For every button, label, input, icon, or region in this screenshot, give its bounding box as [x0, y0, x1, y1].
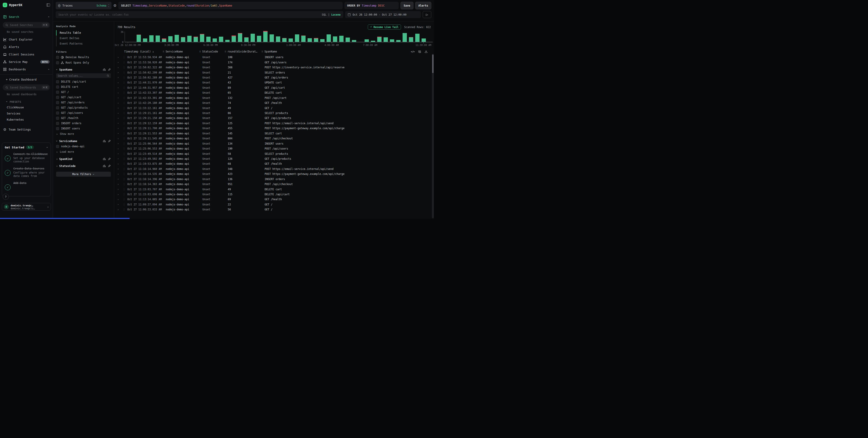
saved-dashboards-input[interactable]: Saved Dashboards ⌘ K [3, 84, 50, 90]
sidebar-item-search[interactable]: Search › [0, 13, 53, 21]
bar-chart-icon[interactable] [103, 157, 106, 160]
table-row[interactable]: ›Oct 27 11:42:33.301 AMnodejs-demo-apiUn… [117, 95, 434, 100]
analysis-mode-results-table[interactable]: Results Table [56, 30, 111, 35]
table-row[interactable]: ›Oct 27 11:25:06.553 AMnodejs-demo-apiUn… [117, 146, 434, 151]
expand-chevron-icon[interactable]: › [117, 91, 121, 94]
checkbox[interactable] [56, 112, 59, 115]
spanname-value-item[interactable]: GET /api/cart [56, 96, 111, 99]
scrollbar-thumb[interactable] [432, 55, 434, 73]
checkbox[interactable] [56, 86, 59, 88]
get-started-step[interactable]: ✓Connect to ClickHouseSet up your databa… [5, 152, 48, 164]
table-row[interactable]: ›Oct 27 11:29:21.150 AMnodejs-demo-apiUn… [117, 116, 434, 121]
row-expander[interactable]: › [117, 107, 124, 110]
expand-chevron-icon[interactable]: › [117, 208, 121, 211]
preset-item-clickhouse[interactable]: ClickHouse [0, 104, 53, 110]
expand-chevron-icon[interactable]: › [117, 178, 121, 180]
row-expander[interactable]: › [117, 173, 124, 176]
row-expander[interactable]: › [117, 81, 124, 84]
row-expander[interactable]: › [117, 86, 124, 89]
expand-chevron-icon[interactable]: › [117, 86, 121, 89]
filter-group-servicename[interactable]: › ServiceName [56, 139, 111, 143]
expand-chevron-icon[interactable]: › [117, 107, 121, 110]
bar-chart-icon[interactable] [103, 68, 106, 71]
row-expander[interactable]: › [117, 122, 124, 125]
table-row[interactable]: ›Oct 27 11:23:49.502 AMnodejs-demo-apiUn… [117, 156, 434, 161]
row-expander[interactable]: › [117, 198, 124, 201]
column-header-timestamp[interactable]: Timestamp (Local) ↓ [124, 50, 163, 53]
checkbox[interactable] [56, 117, 59, 120]
row-expander[interactable]: › [117, 157, 124, 160]
resume-live-tail-button[interactable]: ⚡ Resume Live Tail [368, 24, 401, 30]
user-profile-button[interactable]: D dominic.tran@c… dominic.tran@cli… › [2, 203, 51, 211]
order-by-input[interactable]: ORDER BY Timestamp DESC [344, 2, 399, 9]
table-row[interactable]: ›Oct 27 11:16:14.960 AMnodejs-demo-apiUn… [117, 167, 434, 172]
get-started-step[interactable]: ✓Create Data SourcesConfigure where your… [5, 167, 48, 178]
column-header-statuscode[interactable]: ⠿StatusCode [199, 50, 224, 53]
presets-toggle[interactable]: ›PRESETS [0, 98, 53, 104]
checkbox[interactable] [56, 106, 59, 109]
row-expander[interactable]: › [117, 193, 124, 196]
checkbox[interactable] [56, 91, 59, 94]
pin-icon[interactable] [108, 165, 111, 168]
expand-chevron-icon[interactable]: › [117, 112, 121, 115]
spanname-search-input[interactable]: Search values... [56, 73, 111, 78]
column-header-spanname[interactable]: ⠿SpanName [261, 50, 431, 53]
pin-icon[interactable] [108, 157, 111, 160]
event-search-input[interactable]: Search your events w/ Lucene ex. column:… [56, 11, 343, 18]
alerts-button[interactable]: Alerts [415, 2, 431, 9]
view-source-icon[interactable]: </> [411, 50, 414, 53]
spanname-value-item[interactable]: GET / [56, 90, 111, 94]
more-filters-button[interactable]: More filters › [56, 172, 111, 177]
table-row[interactable]: ›Oct 27 11:53:58.920 AMnodejs-demo-apiUn… [117, 60, 434, 65]
column-header-duration[interactable]: ⠿round(divide(Durat… [224, 50, 261, 53]
row-expander[interactable]: › [117, 117, 124, 120]
row-expander[interactable]: › [117, 101, 124, 105]
spanname-value-item[interactable]: DELETE cart [56, 85, 111, 88]
expand-chevron-icon[interactable]: › [117, 66, 121, 69]
save-button[interactable]: Save [401, 2, 413, 9]
preset-item-services[interactable]: Services [0, 110, 53, 117]
events-histogram[interactable]: 36 0 [117, 31, 433, 42]
checkbox[interactable] [56, 122, 59, 125]
spanname-show-more[interactable]: ›Show more [56, 133, 111, 136]
row-expander[interactable]: › [117, 208, 124, 211]
row-expander[interactable]: › [117, 61, 124, 64]
vertical-scrollbar[interactable] [432, 54, 434, 218]
analysis-mode-event-patterns[interactable]: Event Patterns [56, 41, 111, 47]
download-icon[interactable] [425, 50, 428, 53]
table-row[interactable]: ›Oct 27 11:29:12.159 AMnodejs-demo-apiUn… [117, 121, 434, 126]
row-expander[interactable]: › [117, 71, 124, 74]
expand-chevron-icon[interactable]: › [117, 147, 121, 150]
source-settings-gear-icon[interactable]: ⚙ [113, 3, 117, 8]
expand-chevron-icon[interactable]: › [117, 188, 121, 191]
table-row[interactable]: ›Oct 27 11:16:14.383 AMnodejs-demo-apiUn… [117, 182, 434, 187]
expand-chevron-icon[interactable]: › [117, 168, 121, 170]
root-spans-only-toggle[interactable]: Root Spans Only [56, 61, 111, 64]
row-expander[interactable]: › [117, 132, 124, 135]
collapse-sidebar-icon[interactable] [46, 3, 50, 6]
table-row[interactable]: ›Oct 27 11:53:58.934 AMnodejs-demo-apiUn… [117, 55, 434, 60]
saved-searches-input[interactable]: Saved Searches ⌘ K [3, 22, 50, 28]
expand-chevron-icon[interactable]: › [117, 198, 121, 201]
table-row[interactable]: ›Oct 27 11:25:06.564 AMnodejs-demo-apiUn… [117, 141, 434, 146]
table-row[interactable]: ›Oct 27 11:50:02.299 AMnodejs-demo-apiUn… [117, 70, 434, 75]
row-expander[interactable]: › [117, 112, 124, 115]
table-row[interactable]: ›Oct 27 11:16:14.535 AMnodejs-demo-apiUn… [117, 172, 434, 176]
expand-chevron-icon[interactable]: › [117, 137, 121, 140]
spanname-value-item[interactable]: GET /health [56, 117, 111, 120]
pin-icon[interactable] [108, 68, 111, 71]
table-row[interactable]: ›Oct 27 11:16:14.396 AMnodejs-demo-apiUn… [117, 177, 434, 182]
spanname-value-item[interactable]: INSERT orders [56, 122, 111, 125]
preset-item-kubernetes[interactable]: Kubernetes [0, 117, 53, 123]
get-started-step[interactable]: ✓Add Data [5, 181, 48, 190]
table-row[interactable]: ›Oct 27 11:19:53.875 AMnodejs-demo-apiUn… [117, 161, 434, 166]
table-row[interactable]: ›Oct 27 11:42:33.307 AMnodejs-demo-apiUn… [117, 90, 434, 95]
column-header-servicename[interactable]: ⠿ServiceName [163, 50, 199, 53]
histogram-plot[interactable] [125, 31, 433, 42]
row-expander[interactable]: › [117, 66, 124, 69]
row-expander[interactable]: › [117, 163, 124, 165]
spanname-value-item[interactable]: GET /api/products [56, 106, 111, 109]
spanname-value-item[interactable]: GET /api/users [56, 111, 111, 115]
expand-chevron-icon[interactable]: › [117, 81, 121, 84]
table-row[interactable]: ›Oct 27 11:13:14.885 AMnodejs-demo-apiUn… [117, 197, 434, 202]
